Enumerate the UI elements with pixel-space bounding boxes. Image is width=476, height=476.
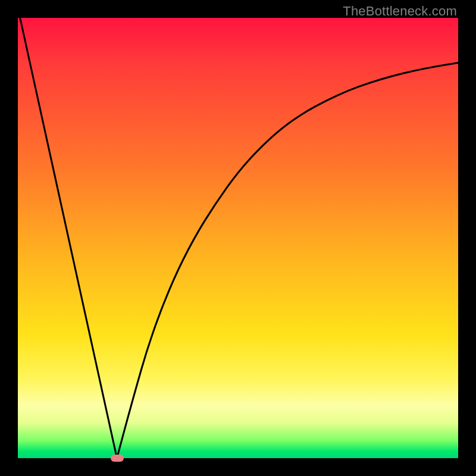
watermark-text: TheBottleneck.com — [343, 4, 457, 19]
bottleneck-curve — [18, 18, 458, 458]
chart-frame: TheBottleneck.com — [0, 0, 476, 476]
plot-area — [18, 18, 458, 458]
curve-path — [20, 18, 458, 458]
minimum-marker — [111, 455, 124, 462]
